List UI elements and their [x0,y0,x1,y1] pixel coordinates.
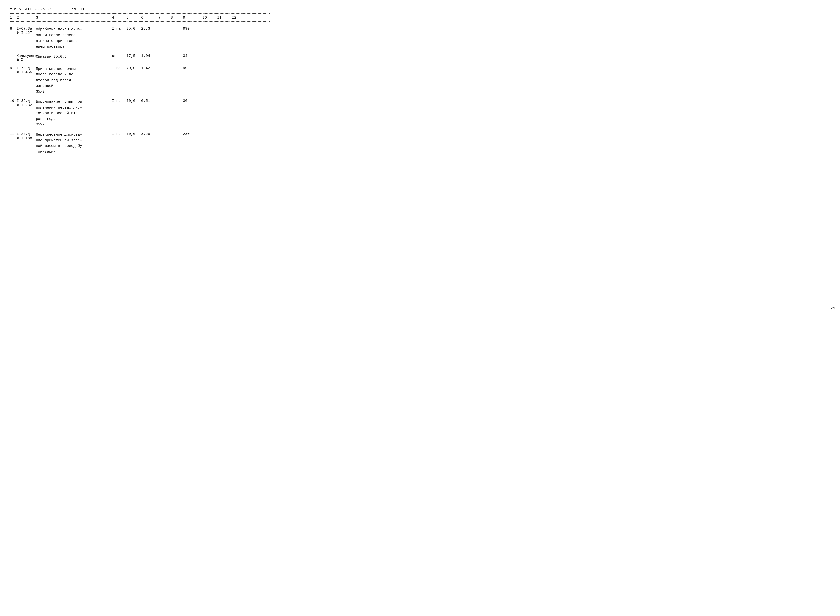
desc-line-11-4: тонизации [36,149,112,154]
section-11: 11 I-26,д № I-188 Перекрестное дискова- … [10,132,270,155]
desc-line-8-4: нием раствора [36,44,112,50]
desc-line-calc-1: Симазин 35х0,5 [36,54,112,60]
desc-11: Перекрестное дискова- ние прикатенной зе… [36,132,112,155]
page: т.п.р. 4II -00-5,94 ал.III 1 2 3 4 5 6 7… [10,7,270,155]
row-num-11: 11 [10,132,17,136]
desc-line-9-5: 35х2 [36,89,112,95]
col-header-3: 3 [36,16,112,20]
desc-line-9-3: второй год перед [36,78,112,83]
unit-calc: кг [112,54,127,58]
desc-line-11-3: ной массы в период бу- [36,143,112,149]
col9-8: 990 [183,27,203,31]
col5-8: 35,0 [127,27,141,31]
code2-11: № I-188 [17,136,36,140]
col6-9: 1,42 [141,66,158,70]
desc-line-9-1: Прикатывание почвы [36,66,112,72]
desc-line-8-3: дюпина с приготовле - [36,38,112,44]
unit-9: I га [112,66,127,70]
desc-calc: Симазин 35х0,5 [36,54,112,60]
divider-mid [10,21,270,22]
desc-line-8-2: зином после посева [36,32,112,38]
col6-10: 0,51 [141,99,158,103]
row-num-9: 9 [10,66,17,70]
row-num-8: 8 [10,27,17,31]
document-header: т.п.р. 4II -00-5,94 ал.III [10,7,270,12]
code2-9: № I-455 [17,70,36,75]
section-10: 10 I-32,д № I-232 Боронование почвы при … [10,99,270,128]
divider-mid2 [10,22,270,22]
unit-11: I га [112,132,127,136]
col9-calc: 34 [183,54,203,58]
unit-8: I га [112,27,127,31]
codes-8: I-67,3а № I-427 [17,27,36,35]
column-header-row: 1 2 3 4 5 6 7 8 9 IO II I2 [10,15,270,21]
codes-9: I-73,д № I-455 [17,66,36,75]
row-num-10: 10 [10,99,17,103]
code1-11: I-26,д [17,132,36,136]
desc-line-10-5: 35х2 [36,122,112,128]
codes-calc: Калькуляция № I [17,54,36,62]
divider-top [10,13,270,14]
codes-11: I-26,д № I-188 [17,132,36,140]
col-header-4: 4 [112,16,127,20]
col-header-6: 6 [141,16,158,20]
col-header-1: 1 [10,16,17,20]
col-header-9: 9 [183,16,203,20]
section-9: 9 I-73,д № I-455 Прикатывание почвы посл… [10,66,270,95]
col5-10: 70,0 [127,99,141,103]
desc-line-10-1: Боронование почвы при [36,99,112,104]
code1-8: I-67,3а [17,27,36,31]
col-header-11: II [217,16,232,20]
doc-ref-left: т.п.р. 4II -00-5,94 [10,7,52,12]
col5-9: 70,0 [127,66,141,70]
section-8: 8 I-67,3а № I-427 Обработка почвы сима- … [10,27,270,50]
col6-8: 28,3 [141,27,158,31]
desc-line-11-1: Перекрестное дискова- [36,132,112,138]
desc-line-10-4: рого года [36,116,112,122]
code1-9: I-73,д [17,66,36,70]
desc-10: Боронование почвы при появлении первых л… [36,99,112,128]
desc-line-8-1: Обработка почвы сима- [36,27,112,32]
col-header-2: 2 [17,16,36,20]
code2-10: № I-232 [17,103,36,107]
desc-line-9-4: запашкой [36,83,112,89]
code1-10: I-32,д [17,99,36,103]
code2-8: № I-427 [17,31,36,35]
col6-11: 3,28 [141,132,158,136]
code2-calc: № I [17,58,36,62]
doc-ref-right: ал.III [71,7,85,12]
unit-10: I га [112,99,127,103]
col-header-8: 8 [171,16,183,20]
section-calc: Калькуляция № I Симазин 35х0,5 кг 17,5 1… [10,54,270,62]
col9-11: 230 [183,132,203,136]
desc-8: Обработка почвы сима- зином после посева… [36,27,112,50]
col9-10: 36 [183,99,203,103]
codes-10: I-32,д № I-232 [17,99,36,107]
desc-line-11-2: ние прикатенной зеле- [36,138,112,143]
desc-9: Прикатывание почвы после посева и во вто… [36,66,112,95]
col6-calc: 1,94 [141,54,158,58]
col9-9: 99 [183,66,203,70]
col-header-12: I2 [232,16,247,20]
col-header-10: IO [203,16,217,20]
col5-calc: 17,5 [127,54,141,58]
desc-line-10-3: точков и весной вто- [36,110,112,116]
desc-line-9-2: после посева и во [36,72,112,78]
col5-11: 70,0 [127,132,141,136]
col-header-5: 5 [127,16,141,20]
desc-line-10-2: появлении первых лис- [36,105,112,110]
col-header-7: 7 [158,16,171,20]
code1-calc: Калькуляция [17,54,36,58]
